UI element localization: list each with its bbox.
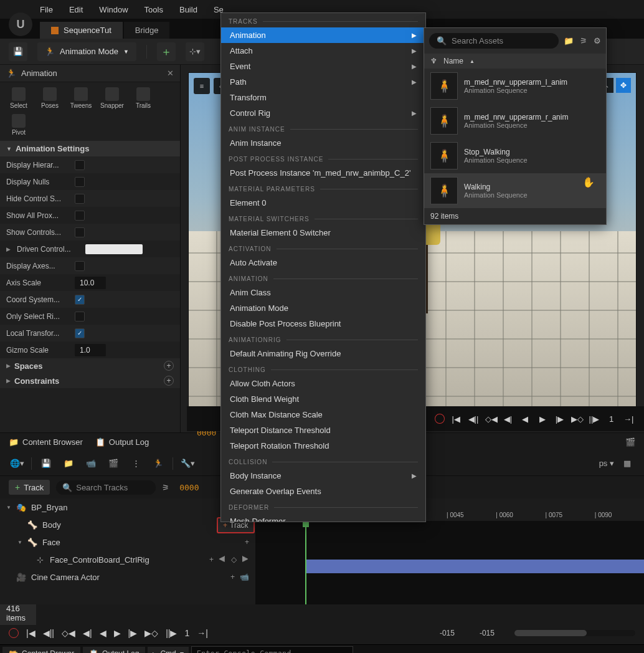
asset-search-input[interactable]: 🔍 Search Assets (429, 33, 559, 49)
play-icon[interactable]: ▶ (114, 628, 121, 638)
tool-poses[interactable]: Poses (37, 87, 62, 109)
checkbox[interactable] (75, 211, 85, 221)
browse-icon[interactable]: 📁 (60, 455, 77, 472)
blueprint-dropdown[interactable]: ⊹▾ (186, 42, 204, 61)
output-log-button[interactable]: 📋 Output Log (83, 647, 145, 654)
tool-select[interactable]: Select (6, 87, 31, 109)
filter-icon[interactable]: ⚞ (580, 36, 587, 45)
context-item[interactable]: Anim Class (221, 285, 425, 300)
add-icon[interactable]: + (164, 361, 174, 371)
folder-icon[interactable]: 📁 (564, 36, 574, 45)
add-icon[interactable]: + (230, 573, 235, 581)
go-start-icon[interactable]: |◀ (451, 414, 462, 424)
content-browser-tab[interactable]: 📁 Content Browser (9, 437, 83, 447)
value-input[interactable]: 10.0 (75, 277, 106, 289)
play-reverse-icon[interactable]: ◀ (100, 628, 107, 638)
play-reverse-icon[interactable]: ◀ (519, 414, 531, 424)
add-key-icon[interactable]: + (209, 555, 214, 564)
step-back-frame-icon[interactable]: ◀| (503, 414, 514, 424)
menu-tools[interactable]: Tools (144, 5, 163, 14)
record-button[interactable] (9, 628, 19, 638)
tool-trails[interactable]: Trails (131, 87, 156, 109)
step-fwd-section-icon[interactable]: ||▶ (589, 414, 600, 424)
range-end[interactable]: -015 (480, 629, 495, 637)
asset-row[interactable]: 🧍 m_med_nrw_upperarm_r_anim Animation Se… (424, 103, 606, 138)
fps-dropdown[interactable]: ps ▾ (599, 459, 614, 468)
menu-file[interactable]: File (40, 5, 53, 14)
context-item[interactable]: Animation Mode (221, 300, 425, 316)
context-item[interactable]: Cloth Blend Weight (221, 391, 425, 407)
context-item[interactable]: Allow Cloth Actors (221, 376, 425, 391)
go-end-icon[interactable]: →| (197, 628, 208, 638)
sequencer-icon[interactable]: 🎬 (625, 437, 635, 447)
animation-clip[interactable] (306, 560, 644, 573)
checkbox[interactable] (75, 160, 85, 170)
add-track-button[interactable]: +Track (9, 480, 50, 495)
context-item[interactable]: Element 0 (221, 195, 425, 211)
checkbox[interactable] (75, 194, 85, 204)
asset-row[interactable]: 🧍 m_med_nrw_upperarm_l_anim Animation Se… (424, 69, 606, 103)
context-item[interactable]: Body Instance▶ (221, 468, 425, 484)
step-back-section-icon[interactable]: ◀|| (43, 628, 54, 638)
asset-row[interactable]: 🧍 Walking Animation Sequence ✋ (424, 173, 606, 208)
camera-icon[interactable]: 📹 (83, 455, 99, 472)
tab-sequencetut[interactable]: SequenceTut (40, 22, 123, 39)
save-button[interactable]: 💾 (9, 42, 27, 61)
sequencer-track-row[interactable]: ▼🎭 BP_Bryan (0, 498, 255, 516)
checkbox[interactable] (75, 177, 85, 187)
key-icon[interactable]: ◇ (231, 555, 237, 564)
current-frame[interactable]: 0000 (176, 483, 202, 492)
step-fwd-frame-icon[interactable]: |▶ (128, 628, 138, 638)
context-item[interactable]: Cloth Max Distance Scale (221, 407, 425, 422)
asset-column-header[interactable]: ♆ Name ▲ (424, 54, 606, 69)
context-item[interactable]: Disable Post Process Blueprint (221, 316, 425, 331)
checkbox[interactable] (75, 227, 85, 237)
camera-icon[interactable]: 📹 (240, 573, 249, 581)
menu-edit[interactable]: Edit (69, 5, 83, 14)
range-start[interactable]: -015 (440, 629, 455, 637)
tab-bridge[interactable]: Bridge (124, 22, 170, 39)
content-drawer-button[interactable]: 📂 Content Drawer (2, 647, 80, 654)
checkbox[interactable]: ✓ (75, 295, 85, 305)
timeline-body[interactable] (255, 521, 644, 604)
add-content-button[interactable]: ＋ (157, 42, 176, 61)
output-log-tab[interactable]: 📋 Output Log (95, 437, 149, 447)
expand-icon[interactable]: ▼ (17, 540, 22, 545)
checkbox[interactable] (75, 261, 85, 271)
context-item[interactable]: Transform (221, 90, 425, 105)
loop-icon[interactable]: 1 (184, 628, 189, 638)
animation-settings-header[interactable]: ▼ Animation Settings (0, 141, 180, 156)
actions-icon[interactable]: ⋮ (128, 455, 144, 472)
step-back-frame-icon[interactable]: ◀| (83, 628, 92, 638)
sequencer-track-row[interactable]: ▼🦴 Face + (0, 533, 255, 551)
close-icon[interactable]: ✕ (167, 69, 174, 78)
spaces-section[interactable]: ▶ Spaces + (0, 358, 180, 373)
menu-window[interactable]: Window (99, 5, 128, 14)
context-item[interactable]: Generate Overlap Events (221, 484, 425, 499)
save-icon[interactable]: 💾 (38, 455, 54, 472)
go-end-icon[interactable]: →| (623, 414, 634, 424)
play-icon[interactable]: ▶ (537, 414, 548, 424)
timeline-scrollbar[interactable] (514, 630, 635, 636)
prev-key-icon[interactable]: ⯇ (219, 555, 226, 564)
curve-editor-icon[interactable]: ▦ (619, 455, 635, 472)
context-item[interactable]: Event▶ (221, 59, 425, 74)
world-dropdown-icon[interactable]: 🌐▾ (9, 455, 25, 472)
settings-icon[interactable]: ⚙ (594, 36, 601, 45)
asset-picker-popup[interactable]: 🔍 Search Assets 📁 ⚞ ⚙ ♆ Name ▲ 🧍 m_med_n… (424, 27, 607, 225)
record-button[interactable] (435, 414, 445, 424)
mode-dropdown[interactable]: 🏃 Animation Mode ▼ (37, 42, 136, 61)
context-item[interactable]: Mesh Deformer (221, 513, 425, 522)
add-icon[interactable]: + (164, 376, 174, 386)
context-item[interactable]: Animation▶ (221, 27, 425, 43)
constraints-section[interactable]: ▶ Constraints + (0, 373, 180, 388)
sequencer-track-row[interactable]: 🎥 Cine Camera Actor + 📹 (0, 568, 255, 586)
step-back-key-icon[interactable]: ◇◀ (485, 414, 496, 424)
context-item[interactable]: Path▶ (221, 74, 425, 90)
context-item[interactable]: Material Element 0 Switcher (221, 225, 425, 241)
checkbox[interactable]: ✓ (75, 328, 85, 338)
settings-icon[interactable]: 🔧▾ (179, 455, 196, 472)
context-item[interactable]: Auto Activate (221, 255, 425, 270)
context-item[interactable]: Teleport Distance Threshold (221, 422, 425, 438)
loop-icon[interactable]: 1 (606, 414, 617, 424)
